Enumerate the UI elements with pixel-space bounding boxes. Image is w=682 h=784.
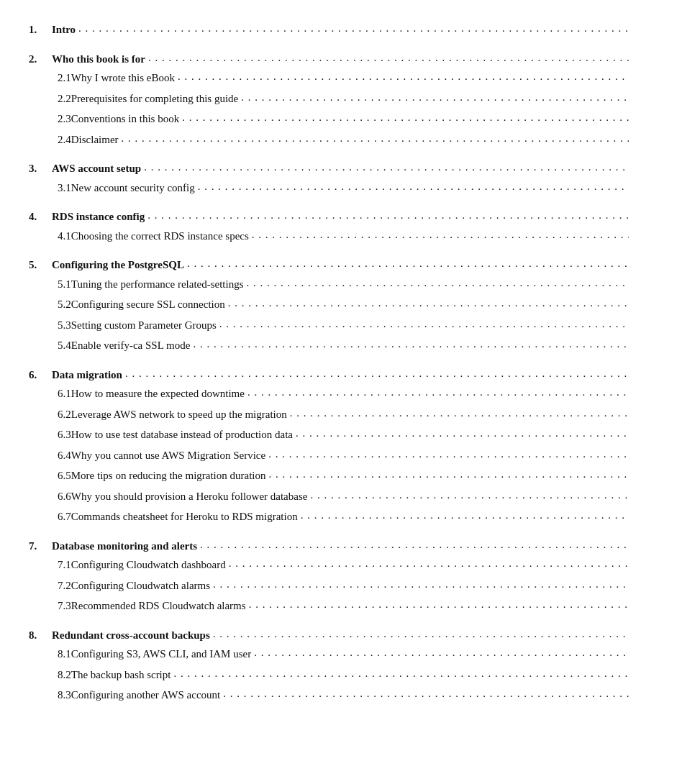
chapter-number: 1. [29,22,52,38]
chapter-5: 5.Configuring the PostgreSQL [29,257,646,273]
chapter-label: Redundant cross-account backups [52,627,210,644]
subsection-label: Tuning the performance related-settings [71,276,244,293]
subsection-number: 4.1 [29,228,71,245]
chapter-3: 3.AWS account setup [29,160,646,177]
subsection-number: 2.3 [29,111,71,127]
subsection-label: Leverage AWS network to speed up the mig… [71,406,287,423]
subsection-number: 8.3 [29,687,71,703]
subsection-label: Commands cheatsheet for Heroku to RDS mi… [71,509,298,525]
subsection-number: 5.4 [29,337,71,354]
chapter-label: Intro [52,22,76,38]
subsection-number: 6.4 [29,447,71,464]
chapter-number: 8. [29,627,52,644]
subsection-6-2: 6.2Leverage AWS network to speed up the … [29,406,646,423]
toc-dots [213,626,629,642]
toc-dots [301,507,629,524]
toc-dots [78,20,629,37]
toc-dots [187,255,629,272]
toc-dots [125,365,629,382]
subsection-label: Setting custom Parameter Groups [71,317,217,334]
toc-dots [229,555,629,572]
subsection-2-3: 2.3Conventions in this book [29,111,646,127]
subsection-5-1: 5.1Tuning the performance related-settin… [29,276,646,293]
subsection-label: Why you cannot use AWS Migration Service [71,447,265,464]
toc-dots [269,466,629,483]
subsection-number: 6.5 [29,468,71,484]
subsection-5-3: 5.3Setting custom Parameter Groups [29,317,646,334]
toc-dots [213,576,629,593]
toc-dots [252,227,629,243]
subsection-number: 6.1 [29,386,71,402]
subsection-6-7: 6.7Commands cheatsheet for Heroku to RDS… [29,509,646,525]
subsection-6-6: 6.6Why you should provision a Heroku fol… [29,488,646,505]
subsection-8-1: 8.1Configuring S3, AWS CLI, and IAM user [29,646,646,662]
toc-dots [178,68,629,85]
subsection-label: Prerequisites for completing this guide [71,91,238,107]
subsection-5-4: 5.4Enable verify-ca SSL mode [29,337,646,354]
subsection-number: 7.1 [29,557,71,573]
toc-dots [144,159,629,176]
subsection-number: 2.1 [29,70,71,86]
subsection-label: Why I wrote this eBook [71,70,175,86]
chapter-6: 6.Data migration [29,367,646,383]
subsection-6-3: 6.3How to use test database instead of p… [29,427,646,443]
chapter-1: 1.Intro [29,22,646,38]
subsection-3-1: 3.1New account security config [29,180,646,196]
chapter-number: 3. [29,160,52,177]
toc-dots [249,596,629,613]
subsection-number: 2.2 [29,91,71,107]
toc-dots [296,425,629,442]
subsection-number: 5.1 [29,276,71,293]
toc-dots [200,537,629,553]
toc-dots [268,446,629,462]
toc-dots [147,207,629,224]
subsection-label: More tips on reducing the migration dura… [71,468,266,484]
subsection-label: Configuring another AWS account [71,687,221,703]
chapter-label: RDS instance config [52,209,145,225]
subsection-label: New account security config [71,180,195,196]
toc-dots [223,685,629,702]
subsection-label: The backup bash script [71,667,171,683]
toc-dots [290,405,629,421]
chapter-4: 4.RDS instance config [29,209,646,225]
subsection-6-4: 6.4Why you cannot use AWS Migration Serv… [29,447,646,464]
subsection-label: Enable verify-ca SSL mode [71,337,191,354]
chapter-number: 4. [29,209,52,225]
chapter-label: Database monitoring and alerts [52,538,197,555]
subsection-number: 6.3 [29,427,71,443]
subsection-number: 6.2 [29,406,71,423]
toc-dots [310,487,629,503]
chapter-number: 6. [29,367,52,383]
chapter-label: Configuring the PostgreSQL [52,257,184,273]
chapter-number: 7. [29,538,52,555]
subsection-7-2: 7.2Configuring Cloudwatch alarms [29,578,646,594]
toc-dots [219,316,629,332]
toc-dots [122,130,629,147]
chapter-label: AWS account setup [52,160,141,177]
chapter-8: 8.Redundant cross-account backups [29,627,646,644]
toc-dots [182,109,629,126]
subsection-8-2: 8.2The backup bash script [29,667,646,683]
subsection-label: How to use test database instead of prod… [71,427,293,443]
subsection-label: Recommended RDS Cloudwatch alarms [71,598,246,614]
subsection-label: Disclaimer [71,132,119,148]
chapter-2: 2.Who this book is for [29,51,646,68]
toc-dots [241,89,629,106]
toc-dots [198,178,629,195]
chapter-number: 5. [29,257,52,273]
toc-dots [173,665,629,682]
subsection-label: Configuring S3, AWS CLI, and IAM user [71,646,251,662]
toc-dots [148,50,629,66]
subsection-6-1: 6.1How to measure the expected downtime [29,386,646,402]
subsection-number: 8.2 [29,667,71,683]
chapter-number: 2. [29,51,52,68]
subsection-label: Choosing the correct RDS instance specs [71,228,249,245]
subsection-7-1: 7.1Configuring Cloudwatch dashboard [29,557,646,573]
subsection-number: 7.2 [29,578,71,594]
chapter-label: Data migration [52,367,122,383]
subsection-number: 6.6 [29,488,71,505]
subsection-number: 8.1 [29,646,71,662]
subsection-number: 5.3 [29,317,71,334]
subsection-number: 6.7 [29,509,71,525]
chapter-label: Who this book is for [52,51,145,68]
